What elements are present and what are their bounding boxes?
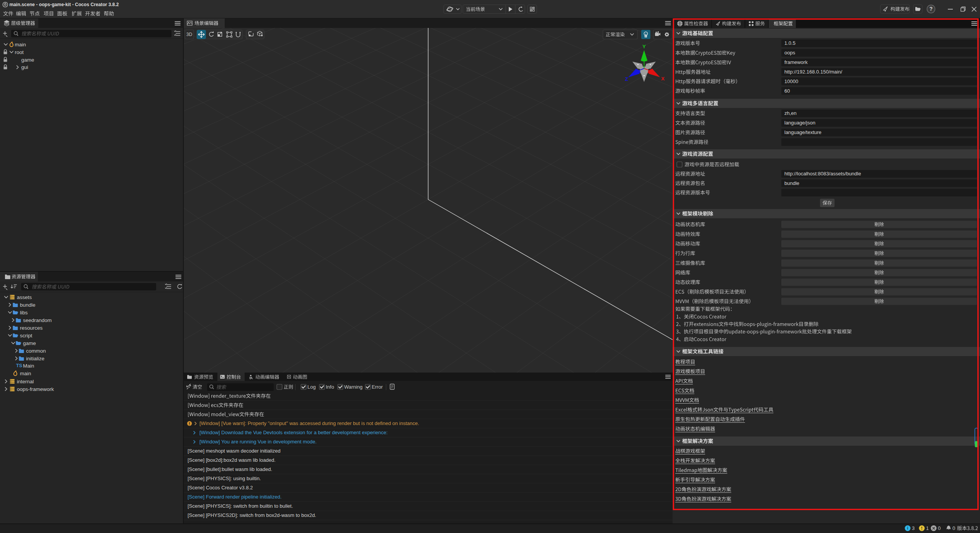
svg-text:i: i: [907, 526, 908, 530]
svg-text:Warning: Warning: [344, 384, 363, 390]
svg-text:Error: Error: [372, 384, 383, 390]
svg-text:[Scene] [box2d]:box2d wasm lib: [Scene] [box2d]:box2d wasm lib loaded.: [188, 457, 276, 463]
svg-text:http://localhost:8083/assets/b: http://localhost:8083/assets/bundle: [784, 171, 861, 177]
svg-text:1: 1: [926, 525, 929, 531]
svg-text:[Scene] Cocos Creator v3.8.2: [Scene] Cocos Creator v3.8.2: [188, 485, 253, 490]
svg-text:oops-framework: oops-framework: [17, 386, 54, 392]
svg-text:common: common: [26, 348, 46, 354]
svg-text:[Scene] [PHYSICS2D]: switch fr: [Scene] [PHYSICS2D]: switch from box2d-w…: [188, 512, 316, 518]
svg-text:Main: Main: [23, 363, 34, 369]
svg-text:[Window] You are running Vue i: [Window] You are running Vue in developm…: [199, 439, 317, 445]
svg-text:Log: Log: [307, 384, 316, 390]
svg-text:root: root: [15, 49, 24, 55]
svg-text:X: X: [661, 76, 665, 82]
svg-text:[Scene] meshopt wasm decoder i: [Scene] meshopt wasm decoder initialized: [188, 448, 281, 454]
svg-text:libs: libs: [20, 310, 28, 316]
svg-text:60: 60: [784, 88, 790, 94]
svg-text:0: 0: [938, 525, 941, 531]
svg-text:[Scene] [PHYSICS]: using built: [Scene] [PHYSICS]: using builtin.: [188, 476, 261, 481]
svg-text:main: main: [20, 371, 31, 376]
svg-text:10000: 10000: [784, 78, 798, 84]
svg-text:game: game: [23, 340, 36, 346]
svg-text:internal: internal: [17, 379, 34, 384]
svg-text:[Scene] [bullet]:bullet wasm l: [Scene] [bullet]:bullet wasm lib loaded.: [188, 466, 272, 472]
svg-text:Z: Z: [625, 76, 628, 82]
svg-text:game: game: [21, 57, 34, 63]
svg-text:http://192.168.0.150/main/: http://192.168.0.150/main/: [784, 69, 842, 75]
svg-text:0: 0: [952, 525, 955, 531]
svg-text:assets: assets: [17, 294, 32, 300]
svg-text:resources: resources: [20, 325, 43, 331]
svg-text:?: ?: [929, 6, 933, 12]
svg-text:TS: TS: [16, 363, 22, 368]
svg-text:bundle: bundle: [20, 302, 36, 308]
svg-text:language/json: language/json: [784, 120, 815, 126]
svg-text:3: 3: [912, 525, 915, 531]
svg-text:bundle: bundle: [784, 180, 799, 186]
svg-text:oops: oops: [784, 50, 795, 56]
svg-text:[Scene] Forward render pipelin: [Scene] Forward render pipeline initiali…: [188, 494, 282, 500]
svg-text:script: script: [20, 333, 33, 338]
svg-text:[Scene] [PHYSICS]: switch from: [Scene] [PHYSICS]: switch from builtin t…: [188, 503, 293, 509]
svg-text:initialize: initialize: [26, 356, 44, 361]
svg-text:framework: framework: [784, 59, 808, 65]
svg-text:[Window] Download the Vue Devt: [Window] Download the Vue Devtools exten…: [199, 430, 388, 435]
svg-text:Info: Info: [326, 384, 334, 390]
svg-text:zh,en: zh,en: [784, 110, 797, 116]
svg-text:1.0.5: 1.0.5: [784, 40, 795, 46]
svg-text:3D: 3D: [186, 32, 193, 37]
svg-text:gui: gui: [21, 64, 28, 70]
svg-text:main: main: [15, 42, 26, 47]
svg-text:main.scene - oops-game-kit - C: main.scene - oops-game-kit - Cocos Creat…: [10, 2, 119, 7]
svg-text:language/texture: language/texture: [784, 129, 822, 135]
svg-text:Y: Y: [642, 44, 646, 49]
svg-text:[Window] [Vue warn]: Property: [Window] [Vue warn]: Property "onInput" …: [199, 420, 419, 426]
svg-text:seedrandom: seedrandom: [23, 317, 52, 323]
